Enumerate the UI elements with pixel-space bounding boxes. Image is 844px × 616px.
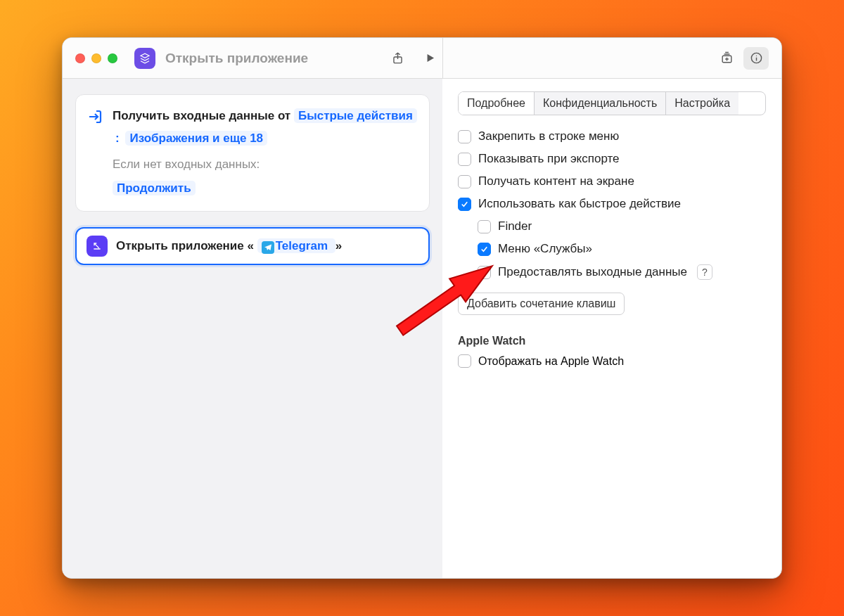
option-apple-watch: Отображать на Apple Watch [458, 354, 766, 368]
close-window-button[interactable] [75, 53, 85, 63]
input-prefix: Получить входные данные от [113, 109, 290, 122]
library-button[interactable] [714, 47, 739, 70]
close-quote: » [335, 239, 342, 252]
run-button[interactable] [417, 47, 442, 70]
checkbox-finder[interactable] [478, 220, 491, 233]
input-icon [86, 108, 104, 126]
input-card-text: Получить входные данные от Быстрые дейст… [113, 105, 419, 150]
add-keyboard-shortcut-button[interactable]: Добавить сочетание клавиш [458, 293, 625, 315]
shortcut-input-card[interactable]: Получить входные данные от Быстрые дейст… [75, 94, 430, 212]
fullscreen-window-button[interactable] [108, 53, 117, 63]
label-pin-menu: Закрепить в строке меню [478, 129, 619, 143]
window-title: Открыть приложение [165, 51, 308, 66]
app-token[interactable]: Telegram [257, 238, 335, 253]
label-finder: Finder [498, 219, 532, 233]
label-provide-output: Предоставлять выходные данные [498, 265, 687, 279]
share-button[interactable] [385, 47, 410, 70]
apple-watch-heading: Apple Watch [458, 335, 766, 347]
label-quick-action: Использовать как быстрое действие [478, 197, 681, 211]
window-body: Получить входные данные от Быстрые дейст… [63, 79, 781, 578]
open-app-action-card[interactable]: Открыть приложение « Telegram » [75, 227, 430, 265]
titlebar-left: Открыть приложение [63, 47, 442, 70]
open-quote: « [248, 239, 254, 252]
checkbox-provide-output[interactable] [478, 266, 491, 279]
option-show-export: Показывать при экспорте [458, 152, 766, 166]
minimize-window-button[interactable] [91, 53, 101, 63]
input-types-token[interactable]: Изображения и еще 18 [125, 131, 267, 146]
option-finder: Finder [478, 219, 766, 233]
help-provide-output[interactable]: ? [697, 264, 712, 280]
open-app-action-text: Открыть приложение « Telegram » [116, 239, 342, 254]
option-quick-action: Использовать как быстрое действие [458, 197, 766, 211]
open-app-prefix: Открыть приложение [116, 239, 244, 252]
tab-privacy[interactable]: Конфиденциальность [535, 92, 666, 115]
label-receive-screen: Получать контент на экране [478, 174, 634, 188]
inspector-pane: Подробнее Конфиденциальность Настройка З… [442, 79, 781, 578]
checkbox-services[interactable] [478, 243, 491, 256]
option-pin-menu: Закрепить в строке меню [458, 129, 766, 143]
label-services: Меню «Службы» [498, 242, 592, 256]
telegram-icon [262, 241, 274, 254]
shortcut-app-icon [134, 48, 155, 69]
titlebar: Открыть приложение [63, 38, 781, 79]
option-services: Меню «Службы» [478, 242, 766, 256]
window-controls [75, 53, 117, 63]
option-provide-output: Предоставлять выходные данные ? [478, 264, 766, 280]
no-input-label: Если нет входных данных: [113, 153, 419, 176]
option-receive-screen: Получать контент на экране [458, 174, 766, 188]
checkbox-quick-action[interactable] [458, 198, 471, 211]
inspector-tabs: Подробнее Конфиденциальность Настройка [458, 91, 766, 115]
tab-setup[interactable]: Настройка [666, 92, 738, 115]
input-colon: : [113, 131, 122, 145]
checkbox-pin-menu[interactable] [458, 130, 471, 143]
tab-details[interactable]: Подробнее [459, 92, 535, 115]
details-options: Закрепить в строке меню Показывать при э… [458, 129, 766, 280]
no-input-action-token[interactable]: Продолжить [113, 181, 196, 195]
checkbox-apple-watch[interactable] [458, 354, 471, 368]
input-source-token[interactable]: Быстрые действия [294, 108, 417, 123]
info-inspector-button[interactable] [743, 47, 769, 70]
svg-point-3 [755, 56, 756, 56]
titlebar-right [442, 38, 781, 78]
shortcuts-window: Открыть приложение [62, 37, 782, 579]
checkbox-receive-screen[interactable] [458, 175, 471, 188]
label-apple-watch: Отображать на Apple Watch [478, 355, 624, 368]
checkbox-show-export[interactable] [458, 153, 471, 166]
app-name: Telegram [276, 239, 328, 252]
editor-pane: Получить входные данные от Быстрые дейст… [63, 79, 442, 578]
open-app-action-icon [87, 236, 108, 257]
label-show-export: Показывать при экспорте [478, 152, 620, 166]
